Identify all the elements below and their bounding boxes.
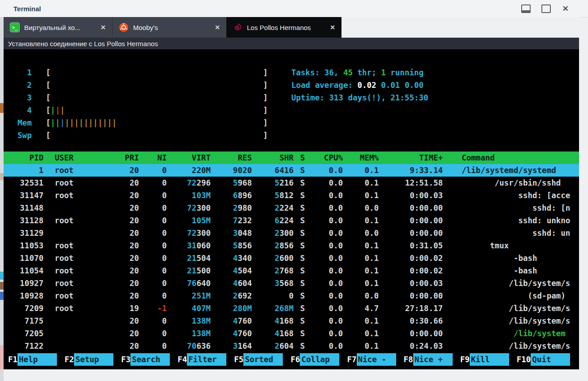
process-row[interactable]: 31147root200103M68965812S0.00.10:00.03 s… bbox=[4, 189, 579, 202]
process-row[interactable]: 7175200138M47604168S0.00.10:30.66 /lib/s… bbox=[4, 315, 579, 327]
fkey-action-filter[interactable]: Filter bbox=[187, 353, 226, 366]
process-row[interactable]: 311482007230029802224S0.00.00:00.00 sshd… bbox=[4, 202, 579, 214]
column-header-pri[interactable]: PRI bbox=[94, 152, 139, 164]
cell-user bbox=[43, 227, 94, 239]
fkey-f3[interactable]: F3Search bbox=[121, 353, 170, 366]
sliver-segment bbox=[0, 292, 4, 300]
fkey-f1[interactable]: F1Help bbox=[8, 353, 57, 366]
htop-terminal[interactable]: 1 [ ] 2 [ ] 3 [ ] 4 [||| bbox=[4, 49, 579, 369]
cell-s: S bbox=[294, 164, 311, 177]
cell-pri: 19 bbox=[94, 302, 139, 315]
process-row[interactable]: 311292007230030482300S0.00.00:00.00 sshd… bbox=[4, 227, 579, 239]
process-row[interactable]: 10927root2007664046043568S0.00.10:00.03 … bbox=[4, 277, 579, 290]
fkey-f9[interactable]: F9Kill bbox=[460, 353, 509, 366]
column-header-cpu[interactable]: CPU% bbox=[311, 152, 343, 164]
process-row[interactable]: 11053root2003106058562856S0.00.10:31.05 … bbox=[4, 239, 579, 252]
fkey-f4[interactable]: F4Filter bbox=[177, 353, 226, 366]
fkey-action-setup[interactable]: Setup bbox=[74, 353, 113, 366]
connection-status-bar: Установлено соединение с Los Pollos Herm… bbox=[4, 38, 579, 49]
cell-mem: 0.0 bbox=[343, 202, 379, 214]
cell-cpu: 0.0 bbox=[311, 290, 343, 302]
column-header-s[interactable]: S bbox=[294, 152, 311, 164]
column-header-ni[interactable]: NI bbox=[139, 152, 167, 164]
tab-los-pollos-hermanos[interactable]: Los Pollos Hermanos ✕ bbox=[226, 17, 342, 38]
cell-cmd: /lib/system/s bbox=[443, 340, 579, 352]
cell-s: S bbox=[294, 189, 311, 202]
cell-shr: 2600 bbox=[252, 252, 294, 264]
cell-s: S bbox=[294, 327, 311, 340]
cell-user: root bbox=[43, 214, 94, 227]
fkey-f6[interactable]: F6Collap bbox=[290, 353, 339, 366]
cell-mem: 0.1 bbox=[343, 315, 379, 327]
cell-pid: 7205 bbox=[8, 327, 43, 340]
column-header-mem[interactable]: MEM% bbox=[343, 152, 379, 164]
cell-user: root bbox=[43, 252, 94, 264]
table-header-row[interactable]: PIDUSERPRINIVIRTRESSHRSCPU%MEM%TIME+Comm… bbox=[4, 152, 579, 164]
cell-ni: 0 bbox=[139, 327, 167, 340]
process-row[interactable]: 11070root2002150443402600S0.00.10:00.02 … bbox=[4, 252, 579, 264]
meter-line: Swp [ ] bbox=[8, 129, 268, 142]
cell-res: 4760 bbox=[211, 327, 252, 340]
fkey-action-help[interactable]: Help bbox=[17, 353, 57, 366]
cell-pid: 10928 bbox=[8, 290, 43, 302]
fkey-f2[interactable]: F2Setup bbox=[65, 353, 113, 366]
column-header-pid[interactable]: PID bbox=[8, 152, 43, 164]
cell-time: 0:00.02 bbox=[379, 264, 443, 277]
cell-cpu: 0.0 bbox=[311, 177, 343, 189]
close-tab-icon[interactable]: ✕ bbox=[215, 24, 220, 31]
cell-res: 5968 bbox=[211, 177, 252, 189]
cell-mem: 0.1 bbox=[343, 164, 379, 177]
fkey-action-search[interactable]: Search bbox=[130, 353, 170, 366]
cell-shr: 6224 bbox=[252, 214, 294, 227]
cell-res: 280M bbox=[211, 302, 252, 315]
fkey-action-quit[interactable]: Quit bbox=[531, 353, 570, 366]
column-header-shr[interactable]: SHR bbox=[252, 152, 294, 164]
process-row[interactable]: 1root200220M90206416S0.00.19:33.14/lib/s… bbox=[4, 164, 579, 177]
fkey-f5[interactable]: F5Sorted bbox=[234, 353, 283, 366]
cell-res: 7232 bbox=[211, 214, 252, 227]
cell-res: 6896 bbox=[211, 189, 252, 202]
fkey-f7[interactable]: F7Nice - bbox=[347, 353, 396, 366]
column-header-virt[interactable]: VIRT bbox=[167, 152, 211, 164]
process-row[interactable]: 11054root2002150045042768S0.00.10:00.02 … bbox=[4, 264, 579, 277]
cell-cpu: 0.0 bbox=[311, 252, 343, 264]
process-row[interactable]: 7209root19-1407M280M268MS0.04.727:18.17 … bbox=[4, 302, 579, 315]
cell-time: 27:18.17 bbox=[379, 302, 443, 315]
column-header-res[interactable]: RES bbox=[211, 152, 252, 164]
maximize-icon[interactable] bbox=[541, 4, 551, 13]
fkey-label: F7 bbox=[347, 353, 356, 366]
fkey-action-nice-+[interactable]: Nice + bbox=[413, 353, 453, 366]
process-row[interactable]: 71222007063631642604S0.00.10:24.03 /lib/… bbox=[4, 340, 579, 352]
column-header-time[interactable]: TIME+ bbox=[379, 152, 443, 164]
process-row[interactable]: 7205200138M47604168S0.00.10:00.00 /lib/s… bbox=[4, 327, 579, 340]
close-tab-icon[interactable]: ✕ bbox=[330, 24, 335, 31]
cell-mem: 0.1 bbox=[343, 277, 379, 290]
cell-shr: 4168 bbox=[252, 327, 294, 340]
column-header-user[interactable]: USER bbox=[43, 152, 94, 164]
fkey-action-kill[interactable]: Kill bbox=[470, 353, 509, 366]
close-window-icon[interactable]: ✕ bbox=[562, 5, 569, 12]
fkey-f8[interactable]: F8Nice + bbox=[404, 353, 453, 366]
process-row[interactable]: 31128root200105M72326224S0.00.10:00.00 s… bbox=[4, 214, 579, 227]
fkey-action-nice--[interactable]: Nice - bbox=[357, 353, 396, 366]
cell-res: 4504 bbox=[211, 264, 252, 277]
cell-cpu: 0.0 bbox=[311, 327, 343, 340]
fkey-action-collap[interactable]: Collap bbox=[300, 353, 339, 366]
cell-ni: 0 bbox=[139, 164, 167, 177]
minimize-icon[interactable] bbox=[521, 4, 531, 13]
cell-cpu: 0.0 bbox=[311, 202, 343, 214]
process-row[interactable]: 32531root2007229659685216S0.00.112:51.58… bbox=[4, 177, 579, 189]
cell-ni: 0 bbox=[139, 239, 167, 252]
close-tab-icon[interactable]: ✕ bbox=[100, 24, 106, 31]
tab-virtual-host[interactable]: >_ Виртуальный хо... ✕ bbox=[4, 17, 112, 38]
cell-cpu: 0.0 bbox=[311, 340, 343, 352]
process-row[interactable]: 10928root200251M26920S0.00.00:00.00 (sd-… bbox=[4, 290, 579, 302]
cell-user: root bbox=[43, 277, 94, 290]
tab-moobys[interactable]: Mooby's ✕ bbox=[112, 17, 226, 38]
cell-pri: 20 bbox=[94, 177, 139, 189]
column-header-cmd[interactable]: Command bbox=[443, 152, 579, 164]
cell-virt: 21504 bbox=[167, 252, 211, 264]
fkey-action-sorted[interactable]: Sorted bbox=[243, 353, 283, 366]
fkey-f10[interactable]: F10Quit bbox=[517, 353, 571, 366]
cell-res: 4760 bbox=[211, 315, 252, 327]
